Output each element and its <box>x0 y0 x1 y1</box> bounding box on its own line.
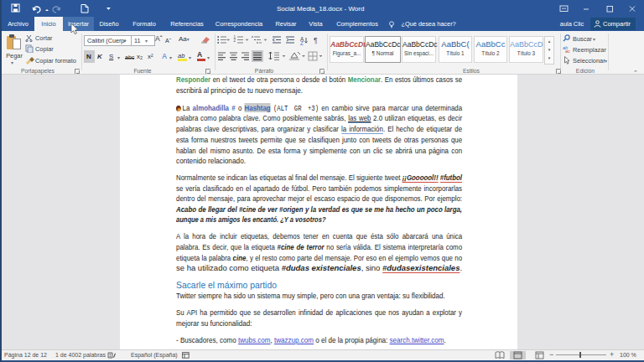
svg-text:¶: ¶ <box>314 36 318 44</box>
svg-text:Z: Z <box>300 40 304 46</box>
svg-text:2: 2 <box>234 39 236 43</box>
svg-text:ac: ac <box>565 49 570 53</box>
